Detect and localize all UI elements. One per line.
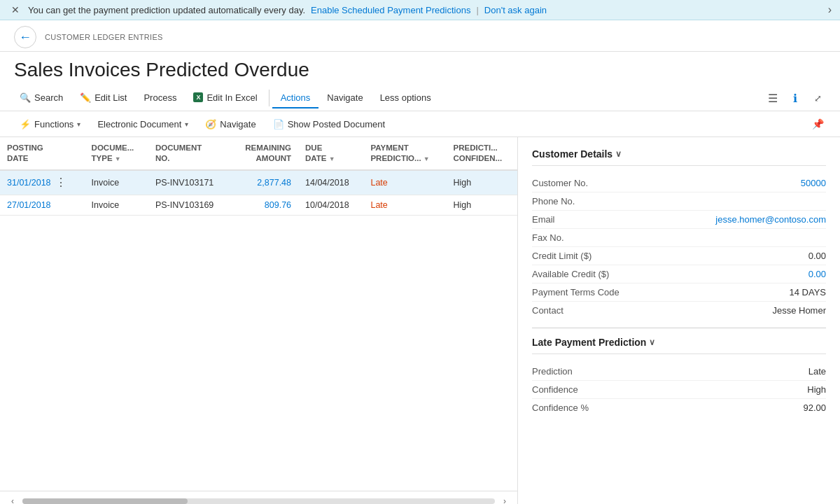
electronic-doc-button[interactable]: Electronic Document ▾ (89, 115, 197, 133)
cell-confidence: High (447, 195, 517, 215)
cell-posting-date: 31/01/2018⋮ (0, 171, 85, 195)
customer-field: Payment Terms Code14 DAYS (532, 284, 826, 302)
cell-posting-date: 27/01/2018 (0, 195, 85, 215)
horizontal-scrollbar: ‹ › (0, 491, 517, 504)
excel-icon: X (193, 92, 203, 102)
customer-field: ContactJesse Homer (532, 302, 826, 319)
late-payment-field: Confidence %92.00 (532, 399, 826, 416)
functions-button[interactable]: ⚡ Functions ▾ (11, 115, 89, 133)
late-payment-section: Late Payment Prediction ∨ (532, 337, 826, 354)
field-value[interactable]: jesse.homer@contoso.com (715, 214, 826, 225)
side-panel: Customer Details ∨ Customer No.50000Phon… (518, 137, 840, 504)
pin-icon: 📌 (812, 118, 824, 130)
col-remaining: REMAININGAMOUNT (230, 137, 298, 170)
cell-payment-pred: Late (363, 170, 446, 195)
notification-message: You can get the payment prediction updat… (28, 5, 305, 15)
arrow-back-icon (19, 30, 31, 45)
functions-chevron-icon: ▾ (77, 120, 80, 128)
field-label: Prediction (532, 366, 573, 377)
page-header: CUSTOMER LEDGER ENTRIES (0, 20, 840, 52)
customer-field: Customer No.50000 (532, 174, 826, 192)
expand-button[interactable]: ⤢ (806, 87, 829, 109)
cell-doc-type: Invoice (85, 195, 148, 215)
show-posted-icon: 📄 (273, 119, 284, 130)
col-due-date: DUEDATE ▼ (298, 137, 363, 170)
less-options-button[interactable]: Less options (372, 88, 440, 108)
close-notification-button[interactable]: ✕ (11, 4, 20, 15)
panel-divider (532, 328, 826, 328)
field-value: Jesse Homer (772, 305, 826, 316)
cell-payment-pred: Late (363, 195, 446, 215)
due-date-sort-icon[interactable]: ▼ (329, 155, 335, 162)
customer-details-title: Customer Details (532, 148, 612, 160)
column-settings-button[interactable]: ☰ (762, 87, 784, 109)
show-posted-button[interactable]: 📄 Show Posted Document (265, 115, 393, 133)
cell-due-date: 14/04/2018 (298, 170, 363, 195)
edit-excel-button[interactable]: X Edit In Excel (185, 88, 265, 108)
toolbar-row2: ⚡ Functions ▾ Electronic Document ▾ 🧭 Na… (0, 111, 840, 137)
cell-due-date: 10/04/2018 (298, 195, 363, 215)
column-settings-icon: ☰ (768, 92, 778, 105)
doc-type-sort-icon[interactable]: ▼ (115, 155, 121, 162)
enable-scheduled-link[interactable]: Enable Scheduled Payment Predictions (311, 5, 470, 15)
customer-field: Credit Limit ($)0.00 (532, 247, 826, 265)
field-value: 0.00 (808, 269, 826, 279)
customer-field: Emailjesse.homer@contoso.com (532, 211, 826, 229)
scroll-right-button[interactable]: › (498, 494, 512, 505)
actions-button[interactable]: Actions (272, 88, 319, 108)
scroll-thumb (22, 498, 188, 504)
customer-fields: Customer No.50000Phone No.Emailjesse.hom… (532, 174, 826, 319)
payment-pred-sort-icon[interactable]: ▼ (424, 155, 430, 162)
navigate2-icon: 🧭 (205, 119, 216, 130)
notification-expand-icon[interactable]: › (828, 4, 832, 16)
late-payment-chevron-icon[interactable]: ∨ (649, 337, 655, 347)
toolbar-row1: 🔍 Search ✏️ Edit List Process X Edit In … (0, 85, 840, 111)
late-payment-field: PredictionLate (532, 363, 826, 381)
customer-details-chevron-icon[interactable]: ∨ (615, 149, 622, 159)
customer-field: Available Credit ($)0.00 (532, 265, 826, 284)
info-button[interactable]: ℹ (784, 87, 806, 109)
cell-confidence: High (447, 170, 517, 195)
page-title-area: Sales Invoices Predicted Overdue (0, 52, 840, 85)
field-label: Available Credit ($) (532, 269, 609, 279)
col-confidence: PREDICTI...CONFIDEN... (447, 137, 517, 170)
search-button[interactable]: 🔍 Search (11, 88, 71, 108)
navigate-button[interactable]: Navigate (318, 88, 371, 108)
dont-ask-link[interactable]: Don't ask again (484, 5, 547, 15)
back-button[interactable] (14, 26, 36, 48)
edit-list-button[interactable]: ✏️ Edit List (71, 88, 135, 108)
page-title: Sales Invoices Predicted Overdue (14, 59, 826, 81)
field-value: Late (808, 366, 826, 377)
cell-doc-type: Invoice (85, 170, 148, 195)
breadcrumb: CUSTOMER LEDGER ENTRIES (45, 33, 163, 41)
cell-doc-no: PS-INV103169 (148, 195, 230, 215)
table-area: POSTINGDATE DOCUME...TYPE ▼ DOCUMENTNO. … (0, 137, 518, 504)
field-value: High (807, 384, 826, 395)
pin-button[interactable]: 📌 (806, 113, 829, 135)
late-payment-title: Late Payment Prediction (532, 337, 646, 348)
edit-list-icon: ✏️ (80, 92, 91, 103)
navigate2-button[interactable]: 🧭 Navigate (197, 115, 264, 133)
late-payment-fields: PredictionLateConfidenceHighConfidence %… (532, 363, 826, 416)
field-value[interactable]: 50000 (801, 178, 826, 188)
cell-doc-no: PS-INV103171 (148, 170, 230, 195)
late-payment-field: ConfidenceHigh (532, 381, 826, 399)
scroll-track[interactable] (22, 498, 495, 504)
field-label: Payment Terms Code (532, 287, 620, 298)
customer-field: Phone No. (532, 192, 826, 211)
table-row[interactable]: 27/01/2018InvoicePS-INV103169809.7610/04… (0, 195, 517, 215)
scroll-left-button[interactable]: ‹ (6, 494, 20, 505)
field-label: Confidence (532, 384, 578, 395)
row-actions-button[interactable]: ⋮ (54, 176, 68, 190)
data-table: POSTINGDATE DOCUME...TYPE ▼ DOCUMENTNO. … (0, 137, 517, 216)
field-label: Fax No. (532, 232, 564, 243)
cell-remaining: 809.76 (230, 195, 298, 215)
field-label: Credit Limit ($) (532, 251, 592, 261)
table-row[interactable]: 31/01/2018⋮InvoicePS-INV1031712,877.4814… (0, 170, 517, 195)
customer-field: Fax No. (532, 229, 826, 247)
customer-details-section: Customer Details ∨ (532, 148, 826, 166)
field-label: Customer No. (532, 178, 588, 188)
field-label: Email (532, 214, 555, 225)
process-button[interactable]: Process (135, 88, 185, 108)
bolt-icon: ⚡ (20, 119, 31, 130)
